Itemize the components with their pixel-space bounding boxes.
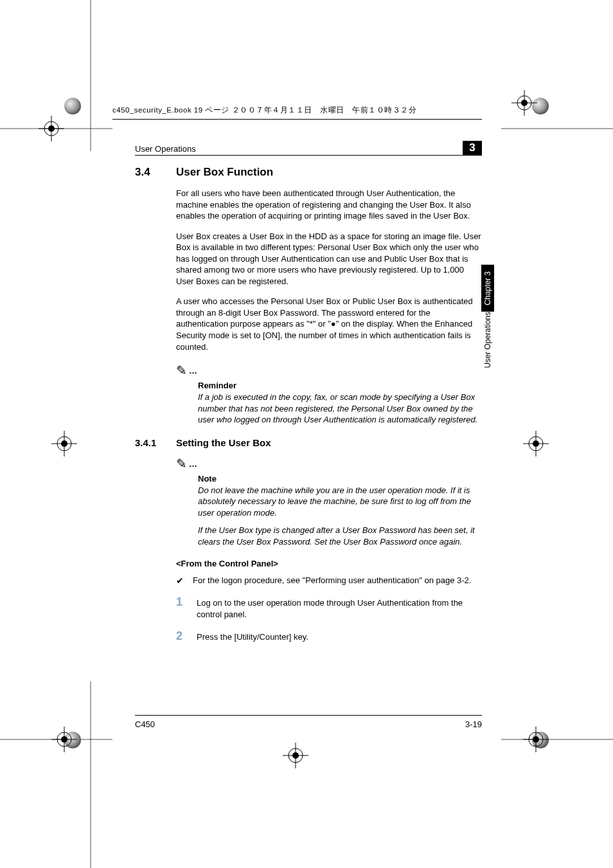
checkmark-icon: ✔ — [176, 575, 186, 587]
imposition-header: c450_security_E.book 19 ページ ２００７年４月１１日 水… — [112, 105, 482, 120]
reminder-callout: ✎… Reminder If a job is executed in the … — [176, 361, 482, 426]
subsection-title: Setting the User Box — [176, 437, 271, 448]
running-head-section: User Operations — [135, 144, 196, 154]
body-paragraph: For all users who have been authenticate… — [176, 188, 482, 222]
section-heading: 3.4 User Box Function — [135, 166, 482, 179]
footer-model: C450 — [135, 719, 155, 729]
registration-mark-icon — [39, 116, 64, 141]
note-icon: ✎ — [176, 363, 187, 378]
imposition-header-text: c450_security_E.book 19 ページ ２００７年４月１１日 水… — [112, 106, 416, 114]
registration-mark-icon — [51, 431, 77, 457]
reminder-body: If a job is executed in the copy, fax, o… — [198, 392, 482, 426]
prerequisite-item: ✔ For the logon procedure, see "Performi… — [176, 575, 482, 587]
page-footer: C450 3-19 — [135, 715, 482, 729]
prerequisite-text: For the logon procedure, see "Performing… — [193, 575, 471, 587]
note-callout: ✎… Note Do not leave the machine while y… — [176, 455, 482, 548]
section-number: 3.4 — [135, 166, 162, 179]
ellipsis-icon: … — [189, 366, 199, 375]
note-body: If the User Box type is changed after a … — [198, 525, 482, 547]
section-title: User Box Function — [176, 166, 273, 179]
step-text: Press the [Utility/Counter] key. — [197, 630, 308, 643]
reminder-heading: Reminder — [198, 381, 482, 390]
note-heading: Note — [198, 474, 482, 484]
body-paragraph: User Box creates a User Box in the HDD a… — [176, 231, 482, 287]
subsection-heading: 3.4.1 Setting the User Box — [135, 437, 482, 448]
registration-mark-icon — [283, 743, 308, 768]
from-control-panel-heading: <From the Control Panel> — [176, 559, 482, 568]
step-text: Log on to the user operation mode throug… — [197, 596, 482, 620]
running-head: User Operations 3 — [135, 141, 482, 156]
step-number: 1 — [176, 596, 188, 620]
chapter-number-box: 3 — [463, 141, 482, 155]
footer-page-number: 3-19 — [465, 719, 482, 729]
note-icon: ✎ — [176, 456, 187, 471]
registration-mark-icon — [51, 727, 77, 752]
page-content: 3.4 User Box Function For all users who … — [135, 166, 482, 653]
ellipsis-icon: … — [189, 459, 199, 469]
note-body: Do not leave the machine while you are i… — [198, 485, 482, 519]
side-tab-section: User Operations — [481, 312, 494, 377]
corner-dot-icon — [64, 98, 81, 114]
registration-mark-icon — [523, 727, 549, 752]
subsection-number: 3.4.1 — [135, 437, 164, 448]
step-number: 2 — [176, 630, 188, 643]
registration-mark-icon — [511, 90, 537, 116]
registration-mark-icon — [523, 431, 549, 457]
body-paragraph: A user who accesses the Personal User Bo… — [176, 296, 482, 352]
step-item: 1 Log on to the user operation mode thro… — [176, 596, 482, 620]
side-tab-chapter: Chapter 3 — [481, 265, 494, 312]
side-tab: Chapter 3 User Operations — [481, 265, 494, 377]
step-item: 2 Press the [Utility/Counter] key. — [176, 630, 482, 643]
